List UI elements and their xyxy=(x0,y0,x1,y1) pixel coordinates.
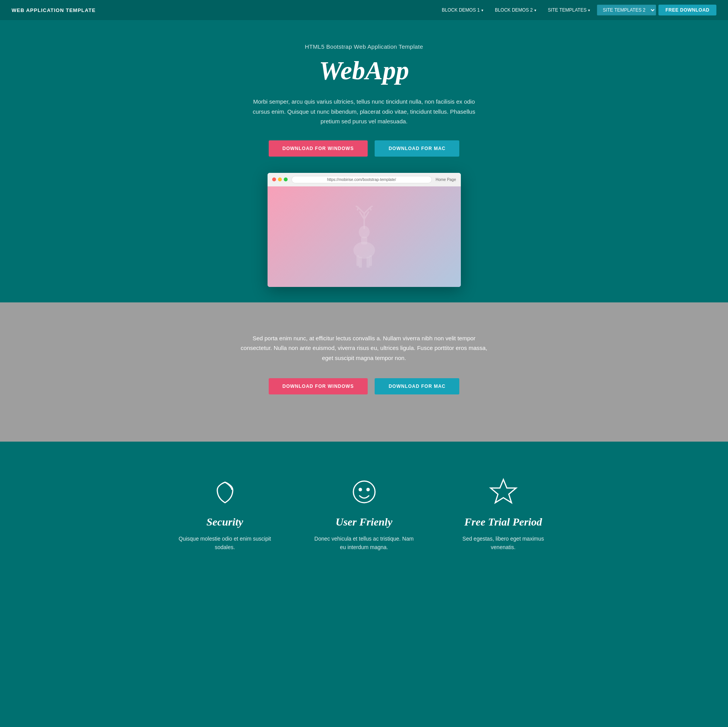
feature-security: Security Quisque molestie odio et enim s… xyxy=(175,476,275,552)
nav-block-demos-1[interactable]: BLOCK DEMOS 1 ▾ xyxy=(437,5,488,15)
browser-bar: https://mobirise.com/bootstrap-template/… xyxy=(268,173,461,186)
security-icon xyxy=(210,476,240,507)
features-section: Security Quisque molestie odio et enim s… xyxy=(0,442,728,590)
star-icon xyxy=(488,476,519,507)
gray-section: Sed porta enim nunc, at efficitur lectus… xyxy=(0,302,728,442)
hero-buttons: DOWNLOAD FOR WINDOWS DOWNLOAD FOR MAC xyxy=(8,140,720,157)
browser-dots xyxy=(272,177,288,181)
browser-url-bar: https://mobirise.com/bootstrap-template/ xyxy=(292,176,432,183)
hero-section: HTML5 Bootstrap Web Application Template… xyxy=(0,20,728,302)
security-description: Quisque molestie odio et enim suscipit s… xyxy=(175,534,275,552)
user-friendly-description: Donec vehicula et tellus ac tristique. N… xyxy=(314,534,414,552)
hero-title: WebApp xyxy=(8,55,720,86)
svg-marker-10 xyxy=(491,480,516,503)
security-title: Security xyxy=(206,516,243,528)
download-windows-button[interactable]: DOWNLOAD FOR WINDOWS xyxy=(269,140,368,157)
svg-rect-6 xyxy=(369,255,372,266)
gray-section-description: Sed porta enim nunc, at efficitur lectus… xyxy=(239,333,490,363)
svg-rect-4 xyxy=(367,257,370,268)
user-friendly-title: User Frienly xyxy=(336,516,392,528)
features-grid: Security Quisque molestie odio et enim s… xyxy=(8,476,720,552)
dot-yellow xyxy=(278,177,282,181)
dot-green xyxy=(284,177,288,181)
nav-block-demos-2[interactable]: BLOCK DEMOS 2 ▾ xyxy=(490,5,541,15)
gray-download-mac-button[interactable]: DOWNLOAD FOR MAC xyxy=(375,378,459,394)
download-mac-button[interactable]: DOWNLOAD FOR MAC xyxy=(375,140,459,157)
deer-icon xyxy=(341,206,387,268)
chevron-down-icon: ▾ xyxy=(534,8,536,12)
free-download-button[interactable]: FREE DOWNLOAD xyxy=(658,5,716,15)
free-trial-title: Free Trial Period xyxy=(464,516,542,528)
svg-point-9 xyxy=(367,488,369,491)
feature-user-friendly: User Frienly Donec vehicula et tellus ac… xyxy=(314,476,414,552)
navbar: WEB APPLICATION TEMPLATE BLOCK DEMOS 1 ▾… xyxy=(0,0,728,20)
brand-logo: WEB APPLICATION TEMPLATE xyxy=(12,7,95,13)
dot-red xyxy=(272,177,276,181)
hero-description: Morbi semper, arcu quis varius ultricies… xyxy=(244,97,484,126)
svg-point-0 xyxy=(359,226,370,238)
hero-subtitle: HTML5 Bootstrap Web Application Template xyxy=(8,43,720,50)
smiley-icon xyxy=(349,476,380,507)
svg-rect-5 xyxy=(356,255,359,266)
svg-point-7 xyxy=(353,481,375,503)
free-trial-description: Sed egestas, libero eget maximus venenat… xyxy=(453,534,554,552)
svg-point-8 xyxy=(359,488,361,491)
browser-content xyxy=(268,186,461,287)
browser-home-label: Home Page xyxy=(436,177,456,182)
svg-rect-3 xyxy=(359,257,362,268)
nav-links: BLOCK DEMOS 1 ▾ BLOCK DEMOS 2 ▾ SITE TEM… xyxy=(437,5,716,15)
nav-site-templates[interactable]: SITE TEMPLATES ▾ xyxy=(543,5,595,15)
chevron-down-icon: ▾ xyxy=(481,8,483,12)
browser-mockup: https://mobirise.com/bootstrap-template/… xyxy=(268,173,461,287)
chevron-down-icon: ▾ xyxy=(588,8,590,12)
site-templates-dropdown[interactable]: SITE TEMPLATES 2 SITE TEMPLATES 1 SITE T… xyxy=(597,5,656,15)
feature-free-trial: Free Trial Period Sed egestas, libero eg… xyxy=(453,476,554,552)
gray-download-windows-button[interactable]: DOWNLOAD FOR WINDOWS xyxy=(269,378,368,394)
gray-section-buttons: DOWNLOAD FOR WINDOWS DOWNLOAD FOR MAC xyxy=(8,378,720,394)
